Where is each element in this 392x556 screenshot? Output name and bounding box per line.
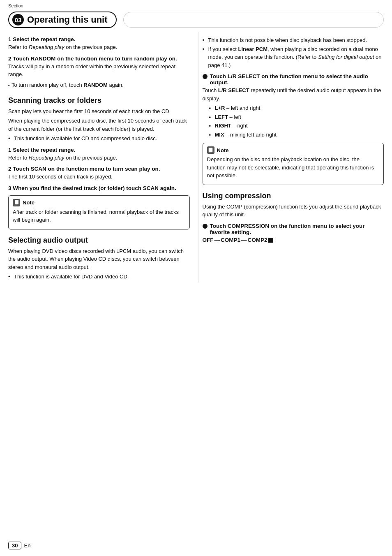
header-pill: 03 Operating this unit — [8, 12, 117, 28]
lr-item-left: LEFT – left — [209, 113, 384, 121]
compression-p1: Using the COMP (compression) function le… — [203, 203, 384, 219]
comp-1: COMP1 — [221, 237, 240, 243]
comp-bullet-dot — [203, 224, 208, 229]
lr-item-mix: MIX – mixing left and right — [209, 131, 384, 139]
audio-p1: When playing DVD video discs recorded wi… — [8, 247, 190, 271]
lr-heading: Touch L/R SELECT on the function menu to… — [203, 73, 384, 86]
scanning-note-label: Note — [23, 199, 35, 206]
page-number: 30 — [8, 542, 21, 549]
scanning-bullet1: This function is available for CD and co… — [8, 134, 190, 143]
right-bullet1: This function is not possible when disc … — [203, 36, 384, 44]
comp-heading: Touch COMPRESSION on the function menu t… — [203, 223, 384, 235]
right-note-text: Depending on the disc and the playback l… — [207, 155, 380, 180]
left-column: 1 Select the repeat range. Refer to Repe… — [8, 32, 198, 283]
audio-bullet1: This function is available for DVD and V… — [8, 273, 190, 281]
right-note-icon — [207, 146, 214, 154]
lr-bullet-dot — [203, 74, 208, 79]
audio-title: Selecting audio output — [8, 236, 190, 245]
note-icon — [13, 199, 20, 206]
scanning-step3-heading: 3 When you find the desired track (or fo… — [8, 185, 190, 191]
step1-heading: 1 Select the repeat range. — [8, 36, 190, 42]
right-note-label: Note — [217, 147, 229, 153]
step2-bullet: To turn random play off, touch RANDOM ag… — [8, 82, 124, 88]
scanning-p2: When playing the compressed audio disc, … — [8, 117, 190, 133]
right-bullet2: If you select Linear PCM, when playing a… — [203, 45, 384, 70]
page-title: Operating this unit — [27, 14, 108, 25]
scanning-step2-heading: 2 Touch SCAN on the function menu to tur… — [8, 166, 190, 172]
comp-arrow2: — — [241, 237, 247, 243]
right-bullets: This function is not possible when disc … — [203, 36, 384, 69]
lr-item-right: RIGHT – right — [209, 122, 384, 130]
lr-item-lr: L+R – left and right — [209, 104, 384, 112]
scanning-note-header: Note — [13, 199, 185, 206]
scanning-note-box: Note After track or folder scanning is f… — [8, 195, 190, 229]
scanning-p1: Scan play lets you hear the first 10 sec… — [8, 107, 190, 116]
lr-heading-text: Touch L/R SELECT on the function menu to… — [210, 73, 384, 86]
comp-sequence: OFF—COMP1—COMP2 — [203, 237, 384, 243]
comp-2: COMP2 — [248, 237, 267, 243]
scanning-step1-heading: 1 Select the repeat range. — [8, 147, 190, 153]
scanning-note-text: After track or folder scanning is finish… — [13, 208, 185, 224]
scanning-bullets: This function is available for CD and co… — [8, 134, 190, 143]
comp-heading-text: Touch COMPRESSION on the function menu t… — [210, 223, 384, 235]
section-label: Section — [8, 3, 23, 8]
right-note-box: Note Depending on the disc and the playb… — [203, 143, 384, 185]
compression-title: Using compression — [203, 192, 384, 200]
right-column: This function is not possible when disc … — [198, 32, 384, 283]
comp-arrow1: — — [214, 237, 220, 243]
comp-off: OFF — [203, 237, 214, 243]
section-number: 03 — [12, 14, 24, 25]
right-note-header: Note — [207, 146, 380, 154]
footer: 30 En — [8, 542, 30, 549]
step1-text: Refer to Repeating play on the previous … — [8, 43, 190, 51]
comp-square-icon — [268, 238, 273, 243]
lr-text: Touch L/R SELECT repeatedly until the de… — [203, 86, 384, 102]
step2-text: Tracks will play in a random order withi… — [8, 63, 190, 79]
step2-heading: 2 Touch RANDOM on the function menu to t… — [8, 56, 190, 62]
scanning-step1-text: Refer to Repeating play on the previous … — [8, 154, 190, 162]
scanning-step2-text: The first 10 seconds of each track is pl… — [8, 173, 190, 181]
header-right-box — [123, 12, 384, 28]
scanning-title: Scanning tracks or folders — [8, 96, 190, 105]
lr-list: L+R – left and right LEFT – left RIGHT –… — [209, 104, 384, 139]
footer-lang: En — [24, 542, 30, 549]
audio-bullets: This function is available for DVD and V… — [8, 273, 190, 281]
